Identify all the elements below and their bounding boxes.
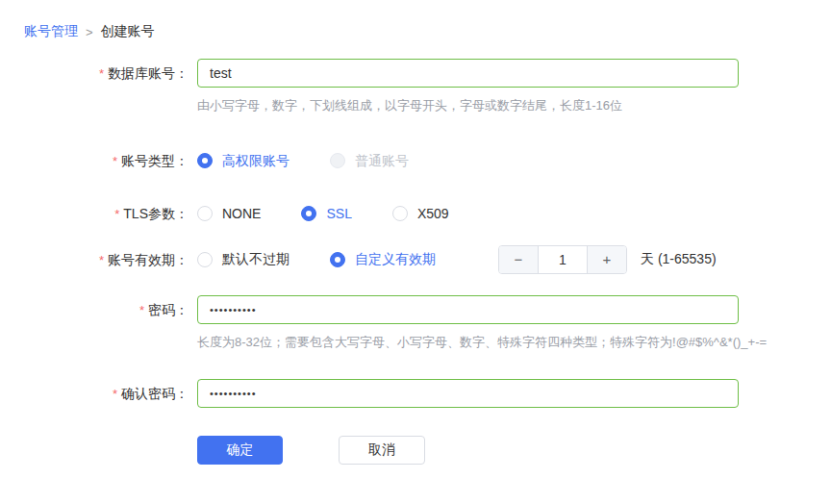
password-label: *密码：	[0, 295, 189, 325]
radio-checked-icon	[197, 153, 213, 168]
validity-unit-range-text: 天 (1-65535)	[641, 251, 717, 268]
form-row-db-account: *数据库账号： 由小写字母，数字，下划线组成，以字母开头，字母或数字结尾，长度1…	[0, 59, 831, 114]
required-asterisk: *	[113, 154, 117, 168]
confirm-password-label: *确认密码：	[0, 379, 189, 409]
stepper-decrease-button[interactable]: −	[499, 246, 539, 273]
password-helper-text: 长度为8-32位；需要包含大写字母、小写字母、数字、特殊字符四种类型；特殊字符为…	[197, 334, 767, 351]
breadcrumb-link-account-management[interactable]: 账号管理	[24, 23, 78, 40]
validity-label: *账号有效期：	[0, 245, 189, 275]
form-actions: 确定 取消	[197, 436, 831, 465]
cancel-button[interactable]: 取消	[339, 436, 425, 465]
required-asterisk: *	[99, 253, 104, 267]
required-asterisk: *	[99, 66, 104, 81]
radio-never-expire[interactable]: 默认不过期	[197, 251, 290, 268]
radio-tls-x509[interactable]: X509	[392, 204, 449, 223]
tls-label: *TLS参数：	[0, 204, 189, 224]
radio-tls-none[interactable]: NONE	[197, 204, 261, 223]
form-row-password: *密码： 长度为8-32位；需要包含大写字母、小写字母、数字、特殊字符四种类型；…	[0, 295, 831, 351]
breadcrumb-separator: >	[86, 25, 93, 39]
password-input[interactable]	[197, 295, 739, 324]
account-type-label: *账号类型：	[0, 151, 189, 171]
required-asterisk: *	[139, 303, 144, 317]
radio-unchecked-icon	[197, 206, 213, 221]
breadcrumb-current: 创建账号	[101, 23, 155, 40]
radio-disabled-icon	[330, 153, 345, 168]
radio-normal-account: 普通账号	[330, 151, 409, 170]
radio-checked-icon	[330, 252, 345, 267]
form-row-account-type: *账号类型： 高权限账号 普通账号	[0, 151, 831, 171]
breadcrumb: 账号管理 > 创建账号	[0, 0, 831, 40]
radio-unchecked-icon	[392, 206, 408, 221]
form-row-tls: *TLS参数： NONE SSL X509	[0, 204, 831, 224]
radio-unchecked-icon	[197, 252, 213, 267]
radio-high-privilege-account[interactable]: 高权限账号	[197, 151, 290, 170]
radio-checked-icon	[301, 206, 316, 221]
form-row-confirm-password: *确认密码：	[0, 379, 831, 409]
confirm-button[interactable]: 确定	[197, 436, 283, 465]
required-asterisk: *	[113, 387, 117, 401]
radio-custom-validity[interactable]: 自定义有效期	[330, 251, 436, 268]
db-account-label: *数据库账号：	[0, 59, 189, 88]
radio-tls-ssl[interactable]: SSL	[301, 204, 351, 223]
db-account-input[interactable]	[197, 59, 739, 88]
confirm-password-input[interactable]	[197, 379, 739, 408]
stepper-increase-button[interactable]: +	[587, 246, 626, 273]
required-asterisk: *	[114, 207, 119, 221]
db-account-helper-text: 由小写字母，数字，下划线组成，以字母开头，字母或数字结尾，长度1-16位	[197, 97, 739, 114]
validity-days-input[interactable]	[539, 246, 587, 273]
form-row-validity: *账号有效期： 默认不过期 自定义有效期 − + 天 (1-65535)	[0, 245, 831, 275]
create-account-page: 账号管理 > 创建账号 *数据库账号： 由小写字母，数字，下划线组成，以字母开头…	[0, 0, 831, 504]
create-account-form: *数据库账号： 由小写字母，数字，下划线组成，以字母开头，字母或数字结尾，长度1…	[0, 59, 831, 465]
validity-days-stepper: − +	[498, 245, 627, 274]
